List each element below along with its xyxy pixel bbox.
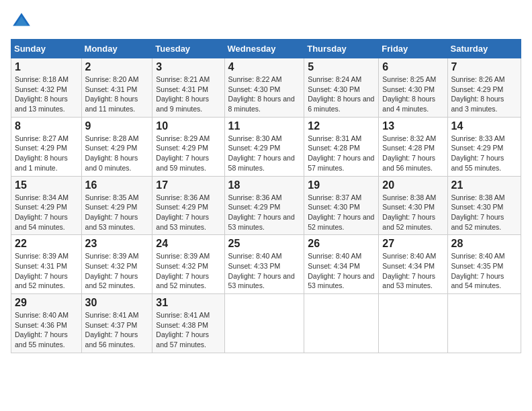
calendar-day-cell: 14Sunrise: 8:33 AMSunset: 4:29 PMDayligh… bbox=[447, 117, 521, 176]
calendar-week-row: 1Sunrise: 8:18 AMSunset: 4:32 PMDaylight… bbox=[11, 58, 521, 118]
day-number: 24 bbox=[156, 238, 220, 250]
day-number: 31 bbox=[156, 297, 220, 309]
calendar-day-cell: 17Sunrise: 8:36 AMSunset: 4:29 PMDayligh… bbox=[152, 176, 224, 235]
calendar-day-cell: 23Sunrise: 8:39 AMSunset: 4:32 PMDayligh… bbox=[81, 235, 152, 294]
day-number: 23 bbox=[85, 238, 149, 250]
calendar-day-cell: 13Sunrise: 8:32 AMSunset: 4:28 PMDayligh… bbox=[379, 117, 447, 176]
calendar-day-cell: 6Sunrise: 8:25 AMSunset: 4:30 PMDaylight… bbox=[379, 58, 447, 118]
day-number: 18 bbox=[228, 179, 301, 191]
day-detail: Sunrise: 8:38 AMSunset: 4:30 PMDaylight:… bbox=[382, 193, 443, 232]
calendar-table: SundayMondayTuesdayWednesdayThursdayFrid… bbox=[11, 39, 521, 353]
day-number: 4 bbox=[228, 61, 301, 73]
day-detail: Sunrise: 8:39 AMSunset: 4:32 PMDaylight:… bbox=[156, 251, 220, 291]
day-number: 25 bbox=[228, 238, 301, 250]
day-detail: Sunrise: 8:40 AMSunset: 4:34 PMDaylight:… bbox=[308, 251, 375, 291]
day-detail: Sunrise: 8:34 AMSunset: 4:29 PMDaylight:… bbox=[15, 193, 78, 232]
day-detail: Sunrise: 8:30 AMSunset: 4:29 PMDaylight:… bbox=[228, 134, 301, 173]
calendar-empty-cell bbox=[224, 294, 304, 353]
day-number: 10 bbox=[156, 120, 220, 132]
day-number: 26 bbox=[308, 238, 375, 250]
calendar-day-cell: 12Sunrise: 8:31 AMSunset: 4:28 PMDayligh… bbox=[304, 117, 379, 176]
calendar-day-cell: 5Sunrise: 8:24 AMSunset: 4:30 PMDaylight… bbox=[304, 58, 379, 118]
day-number: 13 bbox=[382, 120, 443, 132]
day-detail: Sunrise: 8:37 AMSunset: 4:30 PMDaylight:… bbox=[308, 193, 375, 232]
day-detail: Sunrise: 8:24 AMSunset: 4:30 PMDaylight:… bbox=[308, 75, 375, 114]
day-number: 17 bbox=[156, 179, 220, 191]
calendar-day-cell: 20Sunrise: 8:38 AMSunset: 4:30 PMDayligh… bbox=[379, 176, 447, 235]
calendar-day-cell: 1Sunrise: 8:18 AMSunset: 4:32 PMDaylight… bbox=[11, 58, 82, 118]
day-detail: Sunrise: 8:33 AMSunset: 4:29 PMDaylight:… bbox=[451, 134, 517, 173]
day-number: 22 bbox=[15, 238, 78, 250]
day-number: 7 bbox=[451, 61, 517, 73]
calendar-day-cell: 3Sunrise: 8:21 AMSunset: 4:31 PMDaylight… bbox=[152, 58, 224, 118]
calendar-day-cell: 9Sunrise: 8:28 AMSunset: 4:29 PMDaylight… bbox=[81, 117, 152, 176]
header bbox=[11, 11, 521, 32]
calendar-day-cell: 7Sunrise: 8:26 AMSunset: 4:29 PMDaylight… bbox=[447, 58, 521, 118]
day-detail: Sunrise: 8:31 AMSunset: 4:28 PMDaylight:… bbox=[308, 134, 375, 173]
day-number: 5 bbox=[308, 61, 375, 73]
logo bbox=[11, 11, 35, 32]
calendar-week-row: 29Sunrise: 8:40 AMSunset: 4:36 PMDayligh… bbox=[11, 294, 521, 353]
calendar-day-cell: 4Sunrise: 8:22 AMSunset: 4:30 PMDaylight… bbox=[224, 58, 304, 118]
calendar-day-cell: 24Sunrise: 8:39 AMSunset: 4:32 PMDayligh… bbox=[152, 235, 224, 294]
calendar-day-cell: 2Sunrise: 8:20 AMSunset: 4:31 PMDaylight… bbox=[81, 58, 152, 118]
calendar-week-row: 15Sunrise: 8:34 AMSunset: 4:29 PMDayligh… bbox=[11, 176, 521, 235]
day-number: 9 bbox=[85, 120, 149, 132]
calendar-day-cell: 19Sunrise: 8:37 AMSunset: 4:30 PMDayligh… bbox=[304, 176, 379, 235]
day-detail: Sunrise: 8:35 AMSunset: 4:29 PMDaylight:… bbox=[85, 193, 149, 232]
header-saturday: Saturday bbox=[447, 40, 521, 58]
header-sunday: Sunday bbox=[11, 40, 82, 58]
day-detail: Sunrise: 8:39 AMSunset: 4:32 PMDaylight:… bbox=[85, 251, 149, 291]
day-number: 3 bbox=[156, 61, 220, 73]
day-detail: Sunrise: 8:28 AMSunset: 4:29 PMDaylight:… bbox=[85, 134, 149, 173]
day-detail: Sunrise: 8:40 AMSunset: 4:34 PMDaylight:… bbox=[382, 251, 443, 291]
calendar-day-cell: 31Sunrise: 8:41 AMSunset: 4:38 PMDayligh… bbox=[152, 294, 224, 353]
calendar-day-cell: 28Sunrise: 8:40 AMSunset: 4:35 PMDayligh… bbox=[447, 235, 521, 294]
header-monday: Monday bbox=[81, 40, 152, 58]
day-detail: Sunrise: 8:40 AMSunset: 4:35 PMDaylight:… bbox=[451, 251, 517, 291]
header-thursday: Thursday bbox=[304, 40, 379, 58]
calendar-day-cell: 26Sunrise: 8:40 AMSunset: 4:34 PMDayligh… bbox=[304, 235, 379, 294]
calendar-day-cell: 27Sunrise: 8:40 AMSunset: 4:34 PMDayligh… bbox=[379, 235, 447, 294]
day-detail: Sunrise: 8:41 AMSunset: 4:38 PMDaylight:… bbox=[156, 310, 220, 350]
day-detail: Sunrise: 8:25 AMSunset: 4:30 PMDaylight:… bbox=[382, 75, 443, 114]
day-number: 1 bbox=[15, 61, 78, 73]
calendar-empty-cell bbox=[304, 294, 379, 353]
calendar-day-cell: 16Sunrise: 8:35 AMSunset: 4:29 PMDayligh… bbox=[81, 176, 152, 235]
day-detail: Sunrise: 8:20 AMSunset: 4:31 PMDaylight:… bbox=[85, 75, 149, 114]
header-tuesday: Tuesday bbox=[152, 40, 224, 58]
calendar-header-row: SundayMondayTuesdayWednesdayThursdayFrid… bbox=[11, 40, 521, 58]
calendar-day-cell: 11Sunrise: 8:30 AMSunset: 4:29 PMDayligh… bbox=[224, 117, 304, 176]
day-number: 27 bbox=[382, 238, 443, 250]
day-detail: Sunrise: 8:40 AMSunset: 4:33 PMDaylight:… bbox=[228, 251, 301, 291]
calendar-day-cell: 22Sunrise: 8:39 AMSunset: 4:31 PMDayligh… bbox=[11, 235, 82, 294]
day-number: 28 bbox=[451, 238, 517, 250]
day-number: 14 bbox=[451, 120, 517, 132]
calendar-day-cell: 8Sunrise: 8:27 AMSunset: 4:29 PMDaylight… bbox=[11, 117, 82, 176]
day-number: 21 bbox=[451, 179, 517, 191]
calendar-empty-cell bbox=[447, 294, 521, 353]
logo-icon bbox=[11, 11, 32, 32]
day-detail: Sunrise: 8:21 AMSunset: 4:31 PMDaylight:… bbox=[156, 75, 220, 114]
day-detail: Sunrise: 8:36 AMSunset: 4:29 PMDaylight:… bbox=[156, 193, 220, 232]
calendar-day-cell: 21Sunrise: 8:38 AMSunset: 4:30 PMDayligh… bbox=[447, 176, 521, 235]
day-number: 20 bbox=[382, 179, 443, 191]
header-wednesday: Wednesday bbox=[224, 40, 304, 58]
day-detail: Sunrise: 8:18 AMSunset: 4:32 PMDaylight:… bbox=[15, 75, 78, 114]
day-number: 30 bbox=[85, 297, 149, 309]
day-number: 19 bbox=[308, 179, 375, 191]
day-number: 8 bbox=[15, 120, 78, 132]
calendar-day-cell: 15Sunrise: 8:34 AMSunset: 4:29 PMDayligh… bbox=[11, 176, 82, 235]
day-detail: Sunrise: 8:41 AMSunset: 4:37 PMDaylight:… bbox=[85, 310, 149, 350]
day-number: 6 bbox=[382, 61, 443, 73]
day-number: 12 bbox=[308, 120, 375, 132]
calendar-day-cell: 25Sunrise: 8:40 AMSunset: 4:33 PMDayligh… bbox=[224, 235, 304, 294]
calendar-day-cell: 18Sunrise: 8:36 AMSunset: 4:29 PMDayligh… bbox=[224, 176, 304, 235]
day-detail: Sunrise: 8:26 AMSunset: 4:29 PMDaylight:… bbox=[451, 75, 517, 114]
calendar-week-row: 8Sunrise: 8:27 AMSunset: 4:29 PMDaylight… bbox=[11, 117, 521, 176]
header-friday: Friday bbox=[379, 40, 447, 58]
day-number: 16 bbox=[85, 179, 149, 191]
day-number: 15 bbox=[15, 179, 78, 191]
day-number: 2 bbox=[85, 61, 149, 73]
day-detail: Sunrise: 8:27 AMSunset: 4:29 PMDaylight:… bbox=[15, 134, 78, 173]
